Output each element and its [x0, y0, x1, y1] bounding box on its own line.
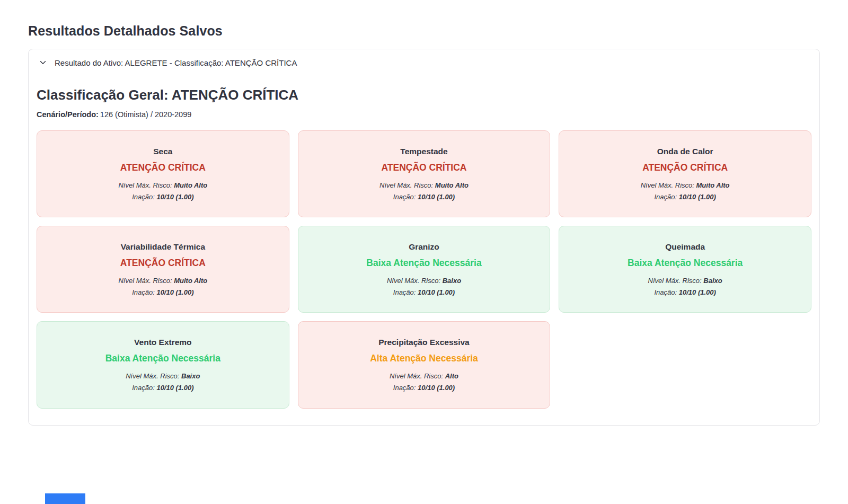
card-title: Tempestade — [307, 147, 542, 156]
risk-card: Onda de Calor ATENÇÃO CRÍTICA Nível Máx.… — [559, 130, 811, 217]
inaction-value: 10/10 (1.00) — [156, 384, 193, 392]
risk-label: Nível Máx. Risco: — [126, 372, 179, 380]
card-title: Queimada — [568, 242, 802, 252]
card-risk-line: Nível Máx. Risco: Baixo — [568, 275, 802, 287]
card-inaction-line: Inação: 10/10 (1.00) — [46, 287, 280, 298]
risk-card: Seca ATENÇÃO CRÍTICA Nível Máx. Risco: M… — [37, 130, 289, 217]
inaction-value: 10/10 (1.00) — [418, 288, 455, 296]
card-risk-line: Nível Máx. Risco: Muito Alto — [46, 275, 280, 287]
classification-heading: Classificação Geral: ATENÇÃO CRÍTICA — [37, 87, 811, 103]
card-inaction-line: Inação: 10/10 (1.00) — [307, 191, 542, 203]
risk-value: Muito Alto — [174, 277, 207, 285]
inaction-value: 10/10 (1.00) — [418, 384, 455, 392]
card-inaction-line: Inação: 10/10 (1.00) — [46, 382, 280, 394]
card-classification: ATENÇÃO CRÍTICA — [568, 162, 802, 173]
card-inaction-line: Inação: 10/10 (1.00) — [307, 287, 542, 298]
scenario-value: 126 (Otimista) / 2020-2099 — [100, 110, 191, 119]
expander-body: Classificação Geral: ATENÇÃO CRÍTICA Cen… — [29, 87, 819, 425]
card-title: Precipitação Excessiva — [307, 338, 542, 347]
risk-card: Tempestade ATENÇÃO CRÍTICA Nível Máx. Ri… — [298, 130, 551, 217]
inaction-value: 10/10 (1.00) — [156, 288, 193, 296]
risk-value: Baixo — [443, 277, 461, 285]
inaction-value: 10/10 (1.00) — [156, 193, 193, 201]
card-inaction-line: Inação: 10/10 (1.00) — [307, 382, 542, 394]
expander-label: Resultado do Ativo: ALEGRETE - Classific… — [55, 58, 297, 67]
risk-card: Precipitação Excessiva Alta Atenção Nece… — [298, 321, 551, 408]
inaction-value: 10/10 (1.00) — [418, 193, 455, 201]
expander-header[interactable]: Resultado do Ativo: ALEGRETE - Classific… — [29, 49, 819, 76]
risk-label: Nível Máx. Risco: — [379, 181, 433, 189]
risk-value: Muito Alto — [174, 181, 207, 189]
risk-value: Baixo — [703, 277, 722, 285]
inaction-label: Inação: — [132, 384, 155, 392]
risk-value: Muito Alto — [696, 181, 730, 189]
card-title: Granizo — [307, 242, 542, 252]
card-risk-line: Nível Máx. Risco: Alto — [307, 370, 542, 382]
card-classification: ATENÇÃO CRÍTICA — [46, 162, 280, 173]
inaction-label: Inação: — [393, 384, 416, 392]
cards-grid: Seca ATENÇÃO CRÍTICA Nível Máx. Risco: M… — [37, 130, 811, 409]
inaction-label: Inação: — [393, 288, 416, 296]
risk-label: Nível Máx. Risco: — [118, 181, 172, 189]
inaction-value: 10/10 (1.00) — [679, 288, 716, 296]
card-title: Onda de Calor — [568, 147, 802, 156]
card-inaction-line: Inação: 10/10 (1.00) — [568, 287, 802, 298]
card-inaction-line: Inação: 10/10 (1.00) — [568, 191, 802, 203]
inaction-value: 10/10 (1.00) — [679, 193, 716, 201]
chevron-down-icon — [38, 58, 48, 67]
risk-label: Nível Máx. Risco: — [390, 372, 443, 380]
card-classification: ATENÇÃO CRÍTICA — [307, 162, 542, 173]
risk-card: Variabilidade Térmica ATENÇÃO CRÍTICA Ní… — [37, 226, 289, 313]
risk-card: Granizo Baixa Atenção Necessária Nível M… — [298, 226, 551, 313]
inaction-label: Inação: — [132, 288, 155, 296]
card-classification: Baixa Atenção Necessária — [568, 258, 802, 269]
risk-label: Nível Máx. Risco: — [641, 181, 694, 189]
inaction-label: Inação: — [654, 193, 677, 201]
risk-label: Nível Máx. Risco: — [648, 277, 702, 285]
page-title: Resultados Detalhados Salvos — [28, 23, 820, 39]
risk-value: Baixo — [181, 372, 200, 380]
page: Resultados Detalhados Salvos Resultado d… — [0, 0, 848, 426]
risk-value: Muito Alto — [435, 181, 469, 189]
card-classification: Alta Atenção Necessária — [307, 353, 542, 364]
risk-card: Queimada Baixa Atenção Necessária Nível … — [559, 226, 811, 313]
risk-label: Nível Máx. Risco: — [387, 277, 440, 285]
card-risk-line: Nível Máx. Risco: Muito Alto — [568, 180, 802, 191]
card-risk-line: Nível Máx. Risco: Baixo — [307, 275, 542, 287]
card-inaction-line: Inação: 10/10 (1.00) — [46, 191, 280, 203]
card-risk-line: Nível Máx. Risco: Baixo — [46, 370, 280, 382]
card-risk-line: Nível Máx. Risco: Muito Alto — [46, 180, 280, 191]
inaction-label: Inação: — [132, 193, 155, 201]
card-title: Vento Extremo — [46, 338, 280, 347]
risk-card: Vento Extremo Baixa Atenção Necessária N… — [37, 321, 289, 408]
inaction-label: Inação: — [393, 193, 416, 201]
card-risk-line: Nível Máx. Risco: Muito Alto — [307, 180, 542, 191]
risk-label: Nível Máx. Risco: — [118, 277, 172, 285]
inaction-label: Inação: — [654, 288, 677, 296]
results-expander: Resultado do Ativo: ALEGRETE - Classific… — [28, 49, 820, 426]
card-classification: ATENÇÃO CRÍTICA — [46, 258, 280, 269]
card-title: Seca — [46, 147, 280, 156]
card-classification: Baixa Atenção Necessária — [307, 258, 542, 269]
scenario-line: Cenário/Período:126 (Otimista) / 2020-20… — [37, 110, 811, 119]
risk-value: Alto — [445, 372, 458, 380]
scenario-label: Cenário/Período: — [37, 110, 99, 119]
card-classification: Baixa Atenção Necessária — [46, 353, 280, 364]
footer-badge — [45, 493, 85, 504]
card-title: Variabilidade Térmica — [46, 242, 280, 252]
